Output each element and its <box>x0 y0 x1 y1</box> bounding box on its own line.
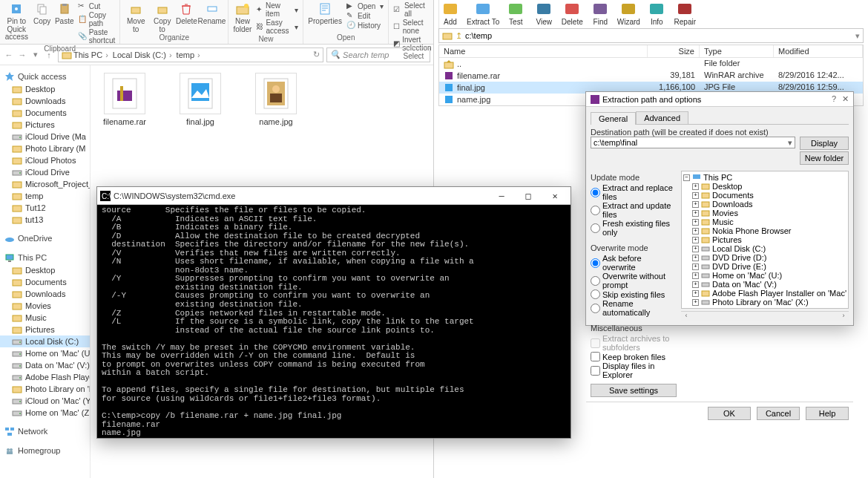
nav-forward-button[interactable]: → <box>16 49 28 61</box>
display-button[interactable]: Display <box>800 137 849 150</box>
tree-root[interactable]: −This PC <box>683 173 846 182</box>
radio-skip-existing[interactable]: Skip existing files <box>591 289 677 299</box>
breadcrumb-bar[interactable]: This PC Local Disk (C:) temp ↻ <box>58 48 323 62</box>
tree-item[interactable]: iCloud Drive <box>0 166 90 178</box>
tree-item[interactable]: Photo Library (M <box>0 143 90 154</box>
up-icon[interactable]: ↥ <box>456 31 462 41</box>
dialog-close-button[interactable]: ✕ <box>842 94 849 104</box>
tree-item[interactable]: tut13 <box>0 214 90 226</box>
copy-button[interactable]: Copy <box>33 1 51 26</box>
tree-item[interactable]: Home on 'Mac' (U:) <box>0 347 90 359</box>
tree-item[interactable]: iCloud Drive (Ma <box>0 131 90 143</box>
dialog-help-button[interactable]: ? <box>832 94 836 104</box>
file-tile[interactable]: final.jpg <box>174 73 227 126</box>
new-folder-button[interactable]: New folder <box>800 151 849 165</box>
refresh-button[interactable]: ↻ <box>313 50 320 59</box>
move-to-button[interactable]: Move to <box>125 1 147 33</box>
check-subfolders[interactable]: Extract archives to subfolders <box>591 334 677 352</box>
paste-shortcut-button[interactable]: 📎Paste shortcut <box>78 28 116 45</box>
tree-item[interactable]: Desktop <box>0 83 90 95</box>
expand-icon[interactable]: + <box>692 219 699 226</box>
expand-icon[interactable]: + <box>692 228 699 235</box>
tree-item[interactable]: Downloads <box>0 95 90 107</box>
crumb-this-pc[interactable]: This PC <box>73 50 111 59</box>
crumb-temp[interactable]: temp <box>177 50 203 59</box>
rename-button[interactable]: Rename <box>200 1 224 26</box>
collapse-icon[interactable]: − <box>683 174 690 181</box>
nav-up-button[interactable]: ↑ <box>43 49 55 61</box>
col-type-header[interactable]: Type <box>700 45 774 57</box>
copy-path-button[interactable]: 📋Copy path <box>78 11 116 27</box>
new-folder-button[interactable]: New folder <box>233 1 251 33</box>
history-button[interactable]: 🕘History <box>346 21 384 30</box>
tab-advanced[interactable]: Advanced <box>636 111 688 124</box>
tree-node[interactable]: +Data on 'Mac' (V:) <box>683 280 846 289</box>
tree-item[interactable]: Pictures <box>0 324 90 335</box>
tree-item[interactable]: Microsoft_Project_20 <box>0 178 90 190</box>
tree-h-scrollbar[interactable]: ‹› <box>681 311 849 321</box>
cancel-button[interactable]: Cancel <box>757 407 800 420</box>
tree-item[interactable]: Home on 'Mac' (Z:) <box>0 407 90 419</box>
expand-icon[interactable]: + <box>692 201 699 208</box>
pin-to-quick-access-button[interactable]: Pin to Quick access <box>4 1 29 42</box>
crumb-local-disk[interactable]: Local Disk (C:) <box>113 50 175 59</box>
cut-button[interactable]: ✂Cut <box>78 1 116 10</box>
edit-button[interactable]: ✎Edit <box>346 11 384 20</box>
dropdown-icon[interactable]: ▾ <box>788 138 792 148</box>
tree-item[interactable]: temp <box>0 190 90 202</box>
select-none-button[interactable]: ☐Select none <box>393 19 433 35</box>
tree-head[interactable]: OneDrive <box>0 232 90 245</box>
properties-button[interactable]: Properties <box>308 1 342 26</box>
tree-item[interactable]: Data on 'Mac' (V:) <box>0 359 90 371</box>
tree-node[interactable]: +iCloud on 'Mac' (Y:) <box>683 307 846 309</box>
check-display-explorer[interactable]: Display files in Explorer <box>591 361 677 379</box>
ok-button[interactable]: OK <box>708 407 751 420</box>
dialog-titlebar[interactable]: Extraction path and options ?✕ <box>586 92 853 107</box>
radio-extract-replace[interactable]: Extract and replace files <box>591 183 677 201</box>
tree-node[interactable]: +Nokia Phone Browser <box>683 226 846 235</box>
tree-item[interactable]: Music <box>0 312 90 324</box>
tree-node[interactable]: +Photo Library on 'Mac' (X:) <box>683 298 846 307</box>
copy-to-button[interactable]: Copy to <box>151 1 173 33</box>
tree-item[interactable]: Local Disk (C:) <box>0 335 90 347</box>
col-size-header[interactable]: Size <box>648 45 700 57</box>
nav-back-button[interactable]: ← <box>3 49 15 61</box>
search-input[interactable]: 🔍 Search temp <box>326 48 430 62</box>
dropdown-icon[interactable]: ▾ <box>855 31 860 41</box>
file-row[interactable]: .. File folder <box>439 58 863 70</box>
radio-rename-auto[interactable]: Rename automatically <box>591 299 677 317</box>
help-button[interactable]: Help <box>806 407 849 420</box>
save-settings-button[interactable]: Save settings <box>591 384 677 397</box>
tree-node[interactable]: +Movies <box>683 209 846 217</box>
expand-icon[interactable]: + <box>692 192 699 199</box>
radio-extract-update[interactable]: Extract and update files <box>591 201 677 219</box>
radio-fresh-existing[interactable]: Fresh existing files only <box>591 219 677 237</box>
tree-item[interactable]: Downloads <box>0 288 90 300</box>
expand-icon[interactable]: + <box>692 246 699 252</box>
toolbar-info-button[interactable]: Info <box>645 1 668 26</box>
tab-general[interactable]: General <box>591 112 636 125</box>
tree-head[interactable]: Quick access <box>0 70 90 83</box>
tree-node[interactable]: +Documents <box>683 191 846 200</box>
tree-node[interactable]: +Music <box>683 217 846 226</box>
expand-icon[interactable]: + <box>692 237 699 243</box>
tree-node[interactable]: +Downloads <box>683 200 846 209</box>
easy-access-button[interactable]: ⛓Easy access ▾ <box>256 19 298 35</box>
toolbar-test-button[interactable]: Test <box>504 1 527 26</box>
tree-item[interactable]: Adobe Flash Player <box>0 371 90 383</box>
winrar-address-bar[interactable]: ↥ c:\temp ▾ <box>438 28 864 43</box>
col-name-header[interactable]: Name <box>439 45 648 57</box>
dialog-folder-tree[interactable]: −This PC+Desktop+Documents+Downloads+Mov… <box>681 171 849 309</box>
expand-icon[interactable]: + <box>692 255 699 261</box>
select-all-button[interactable]: ☑Select all <box>393 1 433 18</box>
toolbar-add-button[interactable]: Add <box>438 1 462 26</box>
tree-item[interactable]: iCloud Photos <box>0 154 90 166</box>
tree-node[interactable]: +Adobe Flash Player Installer on 'Mac' <box>683 289 846 298</box>
file-tile[interactable]: name.jpg <box>249 73 303 126</box>
expand-icon[interactable]: + <box>692 263 699 270</box>
expand-icon[interactable]: + <box>692 210 699 217</box>
expand-icon[interactable]: + <box>692 299 699 306</box>
tree-item[interactable]: Tut12 <box>0 202 90 214</box>
radio-ask-before[interactable]: Ask before overwrite <box>591 254 677 272</box>
file-tile[interactable]: filename.rar <box>98 73 151 126</box>
